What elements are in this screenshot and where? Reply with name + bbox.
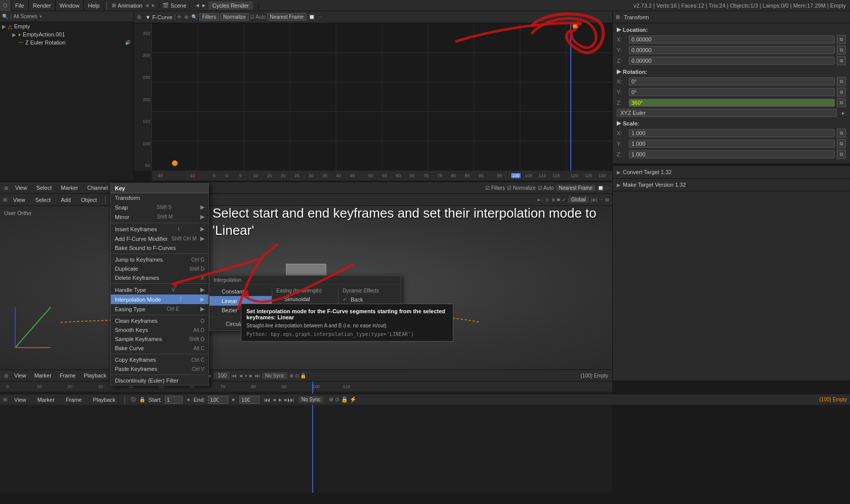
x-tick-95: 95 [497,173,502,178]
dynamic-header: Dynamic Effects [338,287,401,295]
convert-target-btn[interactable]: ▶ Convert Target 1.32 [617,169,846,175]
ctx-sample-kf[interactable]: Sample Keyframes Shift O [111,334,208,344]
vp-menu-view[interactable]: View [9,196,29,204]
ctx-bake-curve[interactable]: Bake Curve Alt C [111,344,208,353]
rot-y-val[interactable]: 0° [629,88,835,96]
sub-constant[interactable]: Constant [209,287,272,296]
graph-zoom-icon: 🔲 [308,14,316,20]
nearest-frame-btn[interactable]: Nearest Frame [267,13,307,21]
normalize-btn[interactable]: Normalize [220,13,249,21]
scale-z-val[interactable]: 1.000 [629,150,835,158]
vp-menu-add[interactable]: Add [57,196,75,204]
x-tick-115: 115 [552,173,560,178]
ctx-add-fcurve[interactable]: Add F-Curve Modifier Shift Ctrl M ▶ [111,234,208,243]
ctx-smooth-keys[interactable]: Smooth Keys Alt O [111,325,208,334]
rot-x-val[interactable]: 0° [629,77,835,86]
ctx-easing-type[interactable]: Easing Type Ctrl E ▶ [111,304,208,314]
loc-y-copy[interactable]: ⧉ [837,46,846,55]
vb-sync[interactable]: No Sync [299,396,324,403]
ctx-clean-kf[interactable]: Clean Keyframes O [111,316,208,325]
x-tick--5: -5 [211,173,216,178]
sync-btn[interactable]: No Sync [262,372,287,379]
vp-menu-select[interactable]: Select [31,196,55,204]
ctx-mirror[interactable]: Mirror Shift M ▶ [111,212,208,222]
vb-start-input[interactable] [165,396,183,404]
scale-x-val[interactable]: 1.000 [629,129,835,137]
scale-z-copy[interactable]: ⧉ [837,150,846,159]
y-label-50: 50 [145,163,150,168]
location-z-row: Z: 0.00000 ⧉ [617,56,846,65]
x-tick-80: 80 [451,173,456,178]
vb-view[interactable]: View [10,396,30,404]
render-menu[interactable]: Render [29,0,56,11]
window-menu[interactable]: Window [56,0,84,11]
svg-point-14 [173,160,178,165]
ctx-delete-kf[interactable]: Delete Keyframes X [111,273,208,282]
ctx-snap[interactable]: Snap Shift S ▶ [111,202,208,212]
loc-x-copy[interactable]: ⧉ [837,35,846,44]
vb-end-input[interactable] [208,396,228,404]
vp-sep [105,196,106,204]
graph-menu-channel[interactable]: Channel [83,184,112,192]
outliner-item-action[interactable]: ▶ ♦ EmptyAction.001 [0,30,134,38]
graph-menu-marker[interactable]: Marker [57,184,82,192]
rot-x-copy[interactable]: ⧉ [837,77,846,86]
nearest-frame-2[interactable]: Nearest Frame [556,185,596,191]
rot-y-copy[interactable]: ⧉ [837,88,846,97]
rot-z-copy[interactable]: ⧉ [837,98,846,107]
rotation-mode-btn[interactable]: XYZ Euler [617,109,837,117]
ctx-paste-kf[interactable]: Paste Keyframes Ctrl V [111,364,208,373]
filters-btn[interactable]: Filters [199,13,219,21]
x-tick-105: 105 [525,173,532,178]
scale-y-copy[interactable]: ⧉ [837,139,846,148]
x-tick-15: 15 [267,173,272,178]
loc-z-copy[interactable]: ⧉ [837,56,846,65]
sub-sinusoidal[interactable]: Sinusoidal [272,295,338,304]
ctx-jump-kf[interactable]: Jump to Keyframes Ctrl G [111,255,208,264]
tl-menu-playback[interactable]: Playback [80,371,111,380]
vb-marker[interactable]: Marker [33,396,59,404]
rot-z-val[interactable]: 360° [629,99,835,107]
file-menu[interactable]: File [11,0,29,11]
x-tick--40: -40 [156,173,163,178]
rotation-header: ▶ Rotation: [617,68,846,75]
help-menu[interactable]: Help [84,0,104,11]
graph-cursor-icon: ✛ [176,14,182,20]
ctx-bake-sound[interactable]: Bake Sound to F-Curves [111,243,208,253]
scale-x-copy[interactable]: ⧉ [837,129,846,138]
graph-menu-view[interactable]: View [11,184,31,192]
scale-header: ▶ Scale: [617,120,846,127]
graph-menu-select[interactable]: Select [32,184,56,192]
loc-y-val[interactable]: 0.00000 [629,46,835,54]
ctx-duplicate[interactable]: Duplicate Shift D [111,264,208,273]
outliner-item-empty[interactable]: ▶ △ Empty [0,22,134,30]
ctx-discontinuity[interactable]: Discontinuity (Euler) Filter [111,376,208,385]
vb-frame[interactable]: Frame [62,396,86,404]
svg-point-15 [573,24,578,29]
loc-z-val[interactable]: 0.00000 [629,57,835,65]
props-toolbar: ⊞ Transform [613,11,850,23]
ctx-transform[interactable]: Transform [111,193,208,202]
ctx-handle-type[interactable]: Handle Type V ▶ [111,285,208,295]
outliner-item-z-euler[interactable]: 〰 Z Euler Rotation 🔊 [0,38,134,47]
sub-back[interactable]: ✓ Back [338,295,401,304]
x-tick-100-highlight: 100 [511,173,521,178]
tl-menu-marker[interactable]: Marker [30,371,56,380]
tl-menu-view[interactable]: View [10,371,30,380]
ctx-copy-kf[interactable]: Copy Keyframes Ctrl C [111,355,208,364]
scale-y-val[interactable]: 1.000 [629,140,835,148]
make-target-btn[interactable]: ▶ Make Target Version 1.32 [617,182,846,188]
vb-playback[interactable]: Playback [89,396,120,404]
global-btn[interactable]: Global [568,196,589,203]
scale-z-row: Z: 1.000 ⧉ [617,150,846,159]
current-frame[interactable]: 100 [215,372,230,379]
render-engine[interactable]: Cycles Render [208,2,253,10]
vb-current-frame[interactable] [239,396,260,404]
ctx-insert-kf[interactable]: Insert Keyframes I ▶ [111,224,208,234]
make-target-section: ▶ Make Target Version 1.32 [613,179,850,191]
tl-menu-frame[interactable]: Frame [56,371,80,380]
ctx-interpolation-mode[interactable]: Interpolation Mode T ▶ [111,295,208,304]
loc-x-val[interactable]: 0.00000 [629,35,835,44]
frame-controls: ⏮ ◄ ▶ ► ⏭ [232,373,260,379]
vp-menu-object[interactable]: Object [77,196,101,204]
